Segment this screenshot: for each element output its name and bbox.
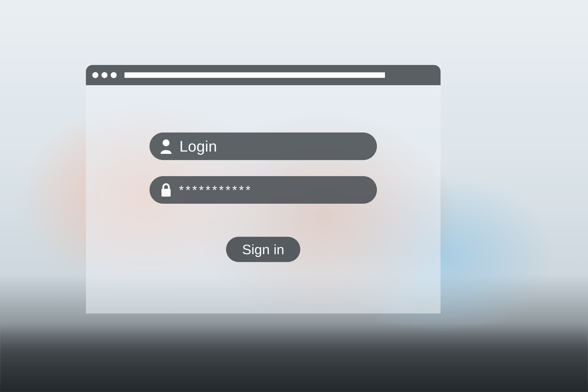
- window-content: *********** Sign in: [86, 85, 440, 314]
- window-control-dot[interactable]: [102, 72, 108, 78]
- login-field-container: [150, 132, 377, 160]
- login-window: *********** Sign in: [86, 65, 440, 314]
- user-icon: [159, 139, 174, 154]
- sign-in-button[interactable]: Sign in: [226, 237, 300, 262]
- window-control-dot[interactable]: [111, 72, 117, 78]
- login-input[interactable]: [179, 137, 364, 155]
- window-titlebar: [86, 65, 440, 85]
- svg-point-0: [162, 140, 170, 146]
- password-input[interactable]: ***********: [179, 183, 252, 197]
- window-control-dot[interactable]: [92, 72, 98, 78]
- lock-icon: [159, 182, 174, 198]
- background-keyboard: [0, 323, 588, 392]
- address-bar[interactable]: [124, 72, 385, 78]
- svg-rect-1: [162, 189, 171, 196]
- password-field-container: ***********: [150, 176, 377, 204]
